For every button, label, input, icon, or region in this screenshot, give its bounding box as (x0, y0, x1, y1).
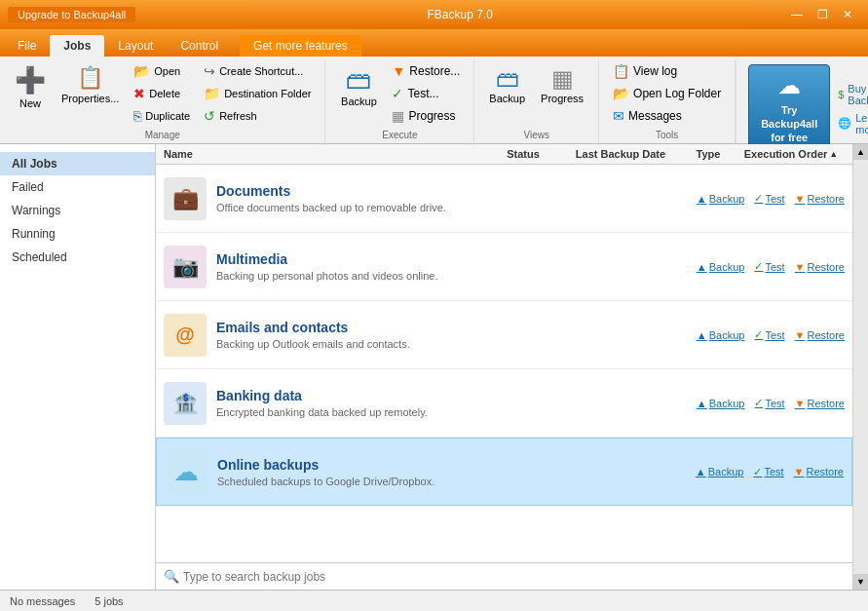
test-check-b: ✓ (754, 397, 763, 409)
backup-split: 🗃 Backup (333, 60, 384, 110)
views-progress-button[interactable]: ▦ Progress (534, 60, 590, 109)
online-icon-glyph: ☁ (173, 457, 199, 487)
create-shortcut-button[interactable]: ↪ Create Shortcut... (198, 60, 317, 82)
job-actions-multimedia: ▲ Backup ✓ Test ▼ Restore (697, 260, 845, 273)
sidebar-item-all-jobs[interactable]: All Jobs (0, 152, 155, 175)
view-log-button[interactable]: 📋 View log (607, 60, 727, 82)
restore-action-emails[interactable]: ▼ Restore (795, 329, 845, 341)
job-row-documents[interactable]: 💼 Documents Office documents backed up t… (156, 165, 852, 233)
sidebar-item-warnings[interactable]: Warnings (0, 199, 155, 222)
tab-jobs[interactable]: Jobs (50, 35, 104, 57)
backup-execute-icon: 🗃 (346, 65, 371, 95)
backup-action-emails[interactable]: ▲ Backup (697, 329, 745, 341)
views-progress-label: Progress (541, 93, 584, 104)
restore-action-online[interactable]: ▼ Restore (794, 466, 844, 477)
scrollbar-up-button[interactable]: ▲ (853, 144, 868, 160)
multimedia-icon-glyph: 📷 (172, 254, 199, 280)
views-backup-button[interactable]: 🗃 Backup (482, 60, 532, 109)
execute-group-label: Execute (333, 128, 466, 143)
execute-col: ▼ Restore... ✓ Test... ▦ Progress (386, 60, 466, 127)
job-row-multimedia[interactable]: 📷 Multimedia Backing up personal photos … (156, 233, 852, 301)
backup-main-button[interactable]: 🗃 Backup (333, 60, 384, 110)
main-layout: All Jobs Failed Warnings Running Schedul… (0, 144, 868, 590)
backup-action-documents[interactable]: ▲ Backup (697, 193, 745, 205)
duplicate-icon: ⎘ (133, 108, 141, 124)
refresh-button[interactable]: ↺ Refresh (198, 105, 317, 127)
col-header-type: Type (679, 148, 737, 160)
job-name-emails: Emails and contacts (216, 320, 697, 335)
job-name-online: Online backups (217, 457, 696, 473)
job-info-online: Online backups Scheduled backups to Goog… (217, 457, 696, 487)
destination-icon: 📁 (204, 86, 220, 101)
sort-icon: ▲ (829, 149, 838, 159)
learn-label: Learn more (855, 112, 868, 135)
minimize-button[interactable]: — (784, 5, 810, 24)
sidebar-item-failed[interactable]: Failed (0, 175, 155, 199)
restore-button[interactable]: ▼ Restore... (386, 60, 466, 82)
sidebar-item-scheduled[interactable]: Scheduled (0, 246, 155, 269)
restore-down-arrow-b: ▼ (795, 398, 806, 409)
backup-execute-label: Backup (341, 95, 377, 107)
job-row-emails[interactable]: @ Emails and contacts Backing up Outlook… (156, 301, 852, 369)
col-header-status: Status (484, 148, 562, 160)
test-button[interactable]: ✓ Test... (386, 83, 466, 104)
restore-action-multimedia[interactable]: ▼ Restore (795, 261, 845, 273)
window-controls: — ❒ ✕ (784, 5, 860, 24)
progress-button[interactable]: ▦ Progress (386, 105, 466, 127)
tab-layout[interactable]: Layout (104, 35, 167, 57)
test-action-online[interactable]: ✓ Test (753, 466, 783, 478)
tools-content: 📋 View log 📂 Open Log Folder ✉ Messages (607, 60, 727, 128)
duplicate-button[interactable]: ⎘ Duplicate (128, 105, 196, 127)
manage-content: ➕ New 📋 Properties... 📂 Open ✖ Delete (8, 60, 317, 128)
open-log-folder-label: Open Log Folder (633, 87, 721, 100)
buy-label: Buy Backup4all (848, 83, 868, 106)
table-header: Name Status Last Backup Date Type Execut… (156, 144, 852, 165)
restore-action-banking[interactable]: ▼ Restore (795, 398, 845, 409)
delete-button[interactable]: ✖ Delete (128, 83, 196, 104)
job-info-multimedia: Multimedia Backing up personal photos an… (216, 251, 697, 282)
tab-get-more[interactable]: Get more features (240, 35, 361, 57)
status-bar: No messages 5 jobs (0, 590, 868, 611)
close-button[interactable]: ✕ (835, 5, 860, 24)
backup-action-banking[interactable]: ▲ Backup (697, 398, 745, 409)
tab-control[interactable]: Control (167, 35, 232, 57)
try-backup4all-button[interactable]: ☁ Try Backup4all for free (748, 64, 830, 153)
messages-button[interactable]: ✉ Messages (607, 105, 727, 127)
scrollbar-down-button[interactable]: ▼ (853, 574, 868, 590)
job-name-documents: Documents (216, 183, 697, 199)
properties-button[interactable]: 📋 Properties... (55, 60, 126, 109)
buy-backup4all-link[interactable]: $ Buy Backup4all (838, 83, 868, 106)
title-bar-left: Upgrade to Backup4all (8, 7, 135, 22)
job-list: 💼 Documents Office documents backed up t… (156, 165, 852, 562)
restore-action-documents[interactable]: ▼ Restore (795, 193, 845, 205)
open-log-folder-button[interactable]: 📂 Open Log Folder (607, 83, 727, 104)
sidebar-item-running[interactable]: Running (0, 222, 155, 246)
sidebar: All Jobs Failed Warnings Running Schedul… (0, 144, 156, 590)
manage-small-col: 📂 Open ✖ Delete ⎘ Duplicate (128, 60, 196, 127)
duplicate-label: Duplicate (145, 110, 190, 122)
test-action-banking[interactable]: ✓ Test (754, 397, 784, 409)
views-backup-icon: 🗃 (496, 65, 519, 93)
test-action-emails[interactable]: ✓ Test (754, 328, 784, 341)
job-row-banking[interactable]: 🏦 Banking data Encrypted banking data ba… (156, 369, 852, 438)
destination-folder-button[interactable]: 📁 Destination Folder (198, 83, 317, 104)
backup-action-online[interactable]: ▲ Backup (696, 466, 744, 477)
app-title: FBackup 7.0 (135, 8, 784, 21)
job-row-online[interactable]: ☁ Online backups Scheduled backups to Go… (156, 438, 852, 506)
test-action-documents[interactable]: ✓ Test (754, 192, 784, 205)
content-area: Name Status Last Backup Date Type Execut… (156, 144, 852, 590)
test-action-multimedia[interactable]: ✓ Test (754, 260, 784, 273)
open-log-icon: 📂 (613, 86, 629, 101)
restore-button[interactable]: ❒ (810, 5, 835, 24)
backup-action-multimedia[interactable]: ▲ Backup (697, 261, 745, 273)
test-icon: ✓ (392, 86, 403, 101)
new-button[interactable]: ➕ New (8, 60, 53, 114)
search-input[interactable] (183, 570, 845, 584)
open-button[interactable]: 📂 Open (128, 60, 196, 82)
properties-label: Properties... (61, 93, 119, 104)
open-label: Open (154, 65, 180, 77)
tab-file[interactable]: File (4, 35, 50, 57)
learn-more-link[interactable]: 🌐 Learn more (838, 112, 868, 135)
upgrade-links: $ Buy Backup4all 🌐 Learn more (838, 83, 868, 135)
upgrade-ribbon-button[interactable]: Upgrade to Backup4all (8, 7, 135, 22)
